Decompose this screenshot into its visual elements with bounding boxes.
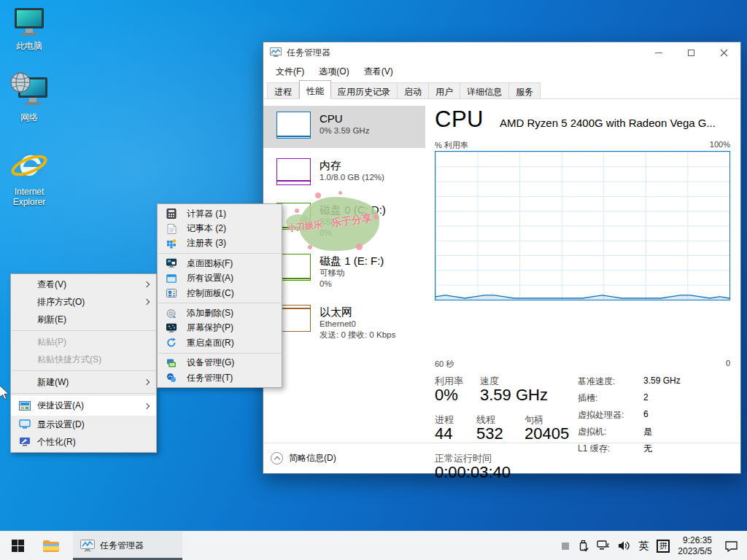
add-remove-icon bbox=[166, 308, 177, 318]
language-indicator[interactable]: 英 bbox=[638, 540, 649, 553]
sidebar-item-disk0[interactable]: 磁盘 0 (C: D:) SSD 0% bbox=[263, 197, 425, 248]
submenu-item-calculator[interactable]: 计算器 (1) bbox=[158, 206, 282, 221]
detail-value: 3.59 GHz bbox=[643, 376, 681, 386]
network-tray-icon[interactable] bbox=[597, 540, 610, 551]
volume-tray-icon[interactable] bbox=[618, 540, 630, 551]
control-panel-icon bbox=[166, 289, 177, 298]
desktop-icon-label: 此电脑 bbox=[16, 41, 42, 51]
device-manager-icon bbox=[166, 358, 177, 368]
fewer-details-button[interactable]: 简略信息(D) bbox=[263, 443, 740, 473]
mouse-cursor bbox=[0, 384, 10, 400]
tab-app-history[interactable]: 应用历史记录 bbox=[331, 82, 398, 99]
maximize-button[interactable] bbox=[675, 42, 708, 63]
submenu-item-notepad[interactable]: 记事本 (2) bbox=[158, 221, 282, 236]
menu-options[interactable]: 选项(O) bbox=[312, 63, 355, 80]
tab-startup[interactable]: 启动 bbox=[398, 82, 429, 99]
menu-separator bbox=[158, 353, 281, 354]
submenu-item-screensaver[interactable]: 屏幕保护(P) bbox=[158, 321, 282, 335]
ethernet-network-icon bbox=[597, 540, 610, 551]
menu-file[interactable]: 文件(F) bbox=[269, 63, 311, 80]
submenu-arrow-icon bbox=[144, 281, 150, 287]
context-menu-item-quick-settings[interactable]: 便捷设置(A) bbox=[11, 396, 156, 416]
stat-value-threads: 532 bbox=[476, 424, 503, 443]
minimize-button[interactable] bbox=[642, 42, 675, 63]
detail-label: 基准速度: bbox=[578, 376, 615, 388]
desktop-icon-this-pc[interactable]: 此电脑 bbox=[1, 6, 57, 52]
taskbar-app-task-manager[interactable]: 任务管理器 bbox=[73, 532, 182, 560]
tab-processes[interactable]: 进程 bbox=[267, 82, 299, 99]
action-center-icon bbox=[724, 540, 738, 552]
desktop-icon-label: Internet Explorer bbox=[13, 187, 46, 207]
registry-icon bbox=[166, 238, 177, 249]
submenu-item-registry[interactable]: 注册表 (3) bbox=[158, 236, 282, 251]
task-manager-menu-icon bbox=[166, 373, 177, 383]
submenu-arrow-icon bbox=[144, 299, 150, 305]
submenu-item-control-panel[interactable]: 控制面板(C) bbox=[158, 286, 282, 300]
menu-separator bbox=[158, 303, 281, 303]
submenu-item-device-manager[interactable]: 设备管理(G) bbox=[158, 356, 282, 370]
window-title: 任务管理器 bbox=[287, 47, 330, 59]
desktop-icon-label: 网络 bbox=[20, 112, 38, 122]
tab-users[interactable]: 用户 bbox=[429, 82, 460, 99]
context-menu-item-display-settings[interactable]: 显示设置(D) bbox=[11, 416, 156, 433]
menu-separator bbox=[12, 393, 155, 394]
clock-date: 2023/5/5 bbox=[678, 546, 712, 557]
usb-tray-icon[interactable] bbox=[578, 540, 589, 552]
cpu-subtitle: AMD Ryzen 5 2400G with Radeon Vega G... bbox=[500, 117, 730, 129]
sidebar-item-ethernet[interactable]: 以太网 Ethernet0 发送: 0 接收: 0 Kbps bbox=[263, 299, 425, 350]
context-menu-item-sort[interactable]: 排序方式(O) bbox=[11, 293, 156, 311]
chart-y-label: % 利用率 bbox=[435, 140, 468, 151]
sidebar-item-disk1[interactable]: 磁盘 1 (E: F:) 可移动 0% bbox=[263, 248, 425, 299]
file-explorer-button[interactable] bbox=[35, 532, 67, 560]
personalize-icon bbox=[19, 437, 31, 447]
ime-indicator[interactable]: 拼 bbox=[657, 540, 670, 553]
stat-value-utilization: 0% bbox=[435, 386, 458, 405]
windows-logo-icon bbox=[12, 540, 24, 552]
desktop-icons-icon bbox=[166, 259, 177, 268]
start-button[interactable] bbox=[0, 532, 35, 560]
screensaver-icon bbox=[166, 323, 177, 332]
cpu-chart-line bbox=[436, 152, 729, 300]
submenu-arrow-icon bbox=[144, 402, 150, 408]
clock[interactable]: 9:26:35 2023/5/5 bbox=[678, 535, 712, 557]
desktop-icon-internet-explorer[interactable]: Internet Explorer bbox=[1, 148, 57, 207]
menu-bar: 文件(F) 选项(O) 查看(V) bbox=[263, 63, 740, 80]
close-button[interactable] bbox=[708, 42, 740, 63]
chart-x-right: 0 bbox=[726, 359, 730, 370]
stat-value-handles: 20405 bbox=[525, 424, 569, 443]
titlebar[interactable]: 任务管理器 bbox=[263, 42, 740, 63]
context-menu-item-personalize[interactable]: 个性化(R) bbox=[11, 433, 156, 451]
detail-label: 插槽: bbox=[578, 392, 597, 405]
sidebar-item-cpu[interactable]: CPU 0% 3.59 GHz bbox=[263, 106, 425, 148]
action-center-button[interactable] bbox=[724, 540, 738, 552]
desktop-icon-network[interactable]: 网络 bbox=[1, 71, 57, 124]
tab-performance[interactable]: 性能 bbox=[299, 80, 331, 99]
task-manager-app-icon bbox=[270, 47, 282, 58]
tab-bar: 进程 性能 应用历史记录 启动 用户 详细信息 服务 bbox=[263, 80, 740, 99]
network-icon bbox=[9, 71, 49, 109]
context-menu-item-paste: 粘贴(P) bbox=[11, 333, 156, 351]
sidebar-item-memory[interactable]: 内存 1.0/8.0 GB (12%) bbox=[263, 152, 425, 196]
context-menu-item-new[interactable]: 新建(W) bbox=[11, 373, 156, 391]
submenu-item-restart-desktop[interactable]: 重启桌面(R) bbox=[158, 335, 282, 350]
cpu-thumbnail-icon bbox=[276, 112, 311, 139]
notepad-icon bbox=[166, 224, 177, 234]
submenu-item-all-settings[interactable]: 所有设置(A) bbox=[158, 271, 282, 286]
submenu-item-desktop-icons[interactable]: 桌面图标(F) bbox=[158, 256, 282, 271]
chart-y-max: 100% bbox=[710, 140, 730, 151]
tab-services[interactable]: 服务 bbox=[509, 82, 541, 99]
desktop: 此电脑 网络 Internet Explorer bbox=[0, 0, 747, 560]
detail-value: 2 bbox=[643, 392, 649, 402]
taskbar: 任务管理器 英 拼 9 bbox=[0, 531, 747, 560]
performance-sidebar: CPU 0% 3.59 GHz 内存 1.0/8.0 GB (12%) bbox=[263, 99, 430, 444]
submenu-item-task-manager[interactable]: 任务管理(T) bbox=[158, 370, 282, 385]
quick-settings-submenu: 计算器 (1) 记事本 (2) 注册表 (3) 桌面图标(F) bbox=[157, 203, 282, 388]
context-menu-item-view[interactable]: 查看(V) bbox=[11, 276, 156, 293]
clock-time: 9:26:35 bbox=[678, 535, 712, 546]
context-menu-item-refresh[interactable]: 刷新(E) bbox=[11, 311, 156, 328]
menu-view[interactable]: 查看(V) bbox=[357, 63, 400, 80]
tab-details[interactable]: 详细信息 bbox=[460, 82, 509, 99]
hidden-icons-button[interactable] bbox=[561, 542, 570, 551]
cpu-utilization-chart[interactable] bbox=[435, 151, 730, 300]
submenu-item-add-remove[interactable]: 添加删除(S) bbox=[158, 306, 282, 320]
